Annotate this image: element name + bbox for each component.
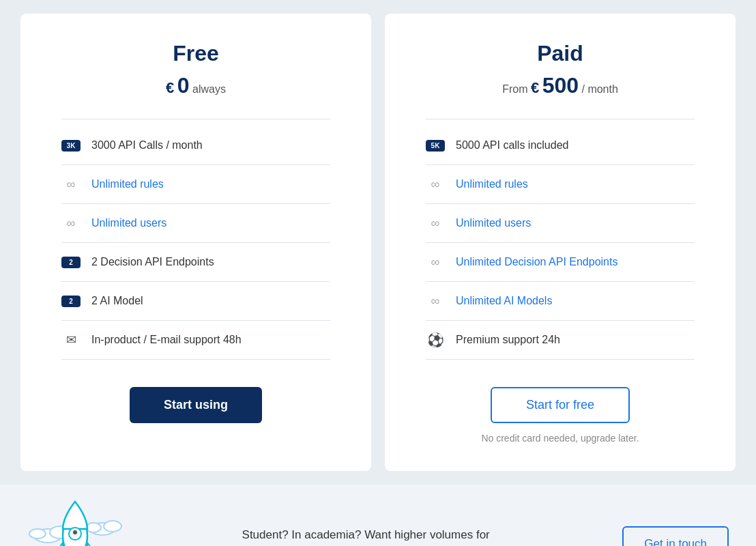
get-in-touch-button[interactable]: Get in touch — [622, 526, 729, 546]
feature-text: 2 AI Model — [91, 295, 143, 307]
list-item: ∞ Unlimited AI Models — [426, 282, 695, 321]
paid-plan-note: No credit card needed, upgrade later. — [426, 433, 695, 444]
banner-text-line1: Student? In academia? Want higher volume… — [242, 528, 490, 541]
infinity-icon: ∞ — [426, 175, 445, 194]
list-item: 3K 3000 API Calls / month — [61, 126, 330, 165]
infinity-icon: ∞ — [61, 214, 81, 233]
free-plan-feature-list: 3K 3000 API Calls / month ∞ Unlimited ru… — [61, 126, 330, 360]
feature-text: Unlimited rules — [91, 178, 164, 190]
list-item: ∞ Unlimited users — [426, 204, 695, 243]
badge-icon: 2 — [61, 291, 81, 311]
rocket-illustration — [27, 498, 123, 546]
feature-text: 5000 API calls included — [456, 139, 568, 152]
free-plan-divider — [61, 119, 330, 119]
badge-2-ai: 2 — [61, 296, 81, 307]
bottom-banner: Student? In academia? Want higher volume… — [0, 485, 756, 546]
paid-plan-card: Paid From € 500 / month 5K 5000 API call… — [385, 14, 736, 471]
paid-plan-divider — [426, 119, 695, 119]
free-plan-title: Free — [61, 41, 330, 66]
list-item: 5K 5000 API calls included — [426, 126, 695, 165]
list-item: ⚽ Premium support 24h — [426, 321, 695, 360]
badge-5k: 5K — [426, 140, 445, 152]
feature-text: 3000 API Calls / month — [91, 139, 203, 152]
feature-text: 2 Decision API Endpoints — [91, 256, 214, 268]
free-plan-price: € 0 always — [61, 73, 330, 98]
free-start-button[interactable]: Start using — [130, 387, 262, 423]
banner-cta-container: Get in touch — [622, 526, 729, 546]
svg-point-2 — [29, 529, 46, 538]
paid-plan-price: From € 500 / month — [426, 73, 695, 98]
svg-point-9 — [73, 530, 77, 534]
infinity-icon: ∞ — [426, 214, 445, 233]
list-item: ∞ Unlimited users — [61, 204, 330, 243]
feature-text: Unlimited users — [91, 217, 166, 229]
paid-plan-feature-list: 5K 5000 API calls included ∞ Unlimited r… — [426, 126, 695, 360]
badge-3k: 3K — [61, 140, 81, 152]
free-plan-card: Free € 0 always 3K 3000 API Calls / mont… — [20, 14, 371, 471]
feature-text: Unlimited AI Models — [456, 295, 552, 307]
email-icon: ✉ — [61, 330, 81, 349]
api-calls-icon: 5K — [426, 136, 445, 155]
feature-text: Unlimited users — [456, 217, 531, 229]
list-item: 2 2 AI Model — [61, 282, 330, 321]
list-item: ∞ Unlimited rules — [61, 165, 330, 204]
feature-text: Unlimited rules — [456, 178, 528, 190]
list-item: ∞ Unlimited rules — [426, 165, 695, 204]
paid-start-button[interactable]: Start for free — [491, 387, 630, 423]
feature-text: Premium support 24h — [456, 334, 560, 346]
api-calls-icon: 3K — [61, 136, 81, 155]
free-plan-period: always — [192, 83, 226, 95]
banner-text: Student? In academia? Want higher volume… — [136, 526, 595, 546]
svg-point-5 — [86, 523, 101, 532]
infinity-icon: ∞ — [61, 175, 81, 194]
free-plan-amount: 0 — [177, 73, 190, 98]
list-item: ✉ In-product / E-mail support 48h — [61, 321, 330, 360]
paid-plan-from: From — [502, 83, 527, 95]
paid-plan-title: Paid — [426, 41, 695, 66]
badge-icon: 2 — [61, 253, 81, 272]
pricing-section: Free € 0 always 3K 3000 API Calls / mont… — [0, 0, 756, 485]
infinity-icon: ∞ — [426, 253, 445, 272]
list-item: 2 2 Decision API Endpoints — [61, 243, 330, 282]
badge-2: 2 — [61, 257, 81, 268]
feature-text: In-product / E-mail support 48h — [91, 334, 242, 346]
globe-icon: ⚽ — [426, 330, 445, 349]
paid-plan-period: / month — [581, 83, 617, 95]
paid-plan-amount: 500 — [542, 73, 579, 98]
feature-text: Unlimited Decision API Endpoints — [456, 256, 617, 268]
free-plan-currency: € — [166, 79, 174, 96]
list-item: ∞ Unlimited Decision API Endpoints — [426, 243, 695, 282]
svg-point-4 — [104, 521, 121, 532]
paid-plan-currency: € — [531, 79, 539, 96]
infinity-icon: ∞ — [426, 291, 445, 311]
